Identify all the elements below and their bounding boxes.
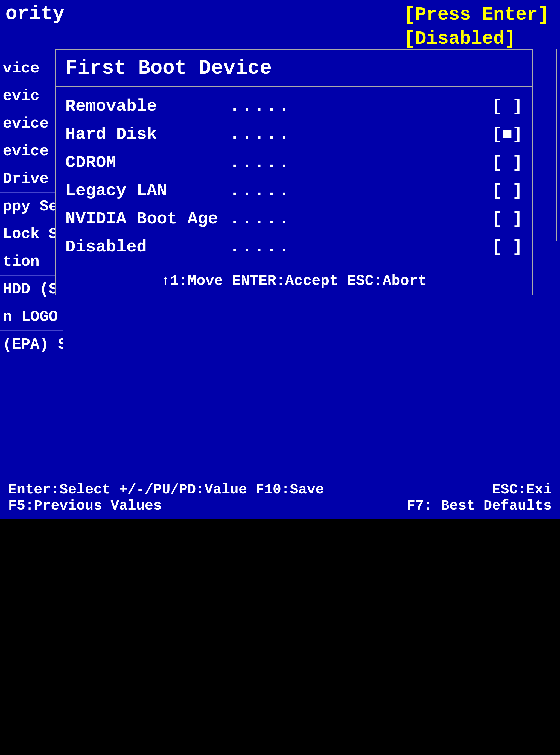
sidebar-item-2[interactable]: evice (0, 110, 63, 138)
boot-option-value-4: [ ] (484, 209, 522, 228)
popup-title: First Boot Device (56, 50, 533, 87)
status-esc-exit: ESC:Exi (492, 482, 552, 498)
boot-option-value-3: [ ] (484, 181, 522, 200)
boot-option-dots-2: ..... (229, 153, 484, 172)
boot-option-name-0: Removable (65, 97, 229, 116)
boot-option-dots-4: ..... (229, 209, 484, 228)
boot-option-name-2: CDROM (65, 153, 229, 172)
popup-footer-text: ↑1:Move ENTER:Accept ESC:Abort (161, 272, 427, 289)
boot-option-dots-0: ..... (229, 97, 484, 116)
boot-option-dots-1: ..... (229, 125, 484, 144)
top-area: ority [Press Enter] [Disabled] [Enabled] (0, 0, 560, 8)
popup-dialog: First Boot Device Removable ..... [ ] Ha… (55, 49, 533, 295)
boot-option-cdrom[interactable]: CDROM ..... [ ] (65, 148, 522, 177)
boot-option-dots-5: ..... (229, 237, 484, 257)
status-f5-previous: F5:Previous Values (8, 498, 162, 514)
status-bar: Enter:Select +/-/PU/PD:Value F10:Save ES… (0, 476, 560, 519)
boot-option-dots-3: ..... (229, 181, 484, 200)
popup-footer: ↑1:Move ENTER:Accept ESC:Abort (56, 266, 533, 295)
status-row-1: Enter:Select +/-/PU/PD:Value F10:Save ES… (8, 482, 552, 498)
popup-content: Removable ..... [ ] Hard Disk ..... [■] … (56, 87, 533, 266)
sidebar-item-7[interactable]: tion (0, 248, 63, 276)
bios-screen: ority [Press Enter] [Disabled] [Enabled]… (0, 0, 560, 519)
status-row-2: F5:Previous Values F7: Best Defaults (8, 498, 552, 514)
boot-option-value-1: [■] (484, 125, 522, 144)
top-value-0: [Press Enter] (404, 3, 549, 27)
sidebar-item-6[interactable]: Lock S (0, 220, 63, 248)
black-bottom-area (0, 519, 560, 755)
sidebar-item-10[interactable]: (EPA) S (0, 331, 63, 359)
sidebar-item-4[interactable]: Drive (0, 165, 63, 193)
boot-option-name-3: Legacy LAN (65, 181, 229, 200)
boot-option-legacylan[interactable]: Legacy LAN ..... [ ] (65, 177, 522, 205)
left-sidebar: vice evic evice evice Drive ppy Se Lock … (0, 55, 63, 359)
boot-option-nvidia[interactable]: NVIDIA Boot Age ..... [ ] (65, 205, 522, 233)
status-f7-best: F7: Best Defaults (407, 498, 552, 514)
sidebar-item-1[interactable]: evic (0, 82, 63, 110)
boot-option-name-4: NVIDIA Boot Age (65, 209, 229, 228)
boot-option-value-2: [ ] (484, 153, 522, 172)
right-divider (557, 49, 557, 241)
sidebar-item-5[interactable]: ppy Se (0, 193, 63, 220)
sidebar-item-9[interactable]: n LOGO (0, 303, 63, 331)
boot-option-name-1: Hard Disk (65, 125, 229, 144)
boot-option-name-5: Disabled (65, 237, 229, 257)
sidebar-item-8[interactable]: HDD (Se (0, 276, 63, 303)
sidebar-item-0[interactable]: vice (0, 55, 63, 82)
status-enter-select: Enter:Select +/-/PU/PD:Value F10:Save (8, 482, 324, 498)
boot-option-harddisk[interactable]: Hard Disk ..... [■] (65, 120, 522, 148)
boot-option-value-5: [ ] (484, 237, 522, 257)
boot-option-removable[interactable]: Removable ..... [ ] (65, 92, 522, 120)
boot-option-disabled[interactable]: Disabled ..... [ ] (65, 233, 522, 261)
sidebar-item-3[interactable]: evice (0, 138, 63, 165)
boot-option-value-0: [ ] (484, 97, 522, 116)
top-left-label: ority (0, 0, 70, 28)
top-value-1: [Disabled] (404, 27, 549, 51)
